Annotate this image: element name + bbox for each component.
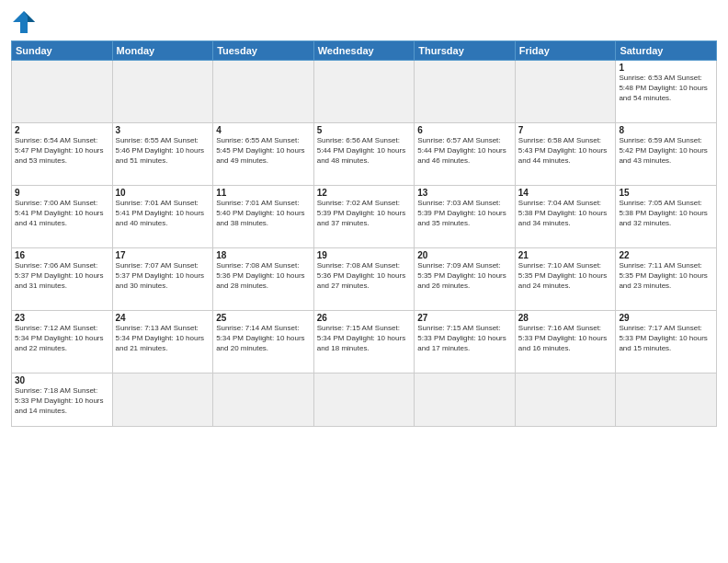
day-info: Sunrise: 7:14 AM Sunset: 5:34 PM Dayligh… bbox=[216, 324, 311, 353]
week-row-6: 30Sunrise: 7:18 AM Sunset: 5:33 PM Dayli… bbox=[12, 373, 717, 427]
day-info: Sunrise: 7:18 AM Sunset: 5:33 PM Dayligh… bbox=[15, 386, 109, 416]
day-header-thursday: Thursday bbox=[415, 41, 516, 61]
calendar-cell-2-4: 5Sunrise: 6:56 AM Sunset: 5:44 PM Daylig… bbox=[313, 123, 415, 186]
calendar-cell-1-7: 1Sunrise: 6:53 AM Sunset: 5:48 PM Daylig… bbox=[616, 61, 717, 123]
calendar-cell-3-6: 14Sunrise: 7:04 AM Sunset: 5:38 PM Dayli… bbox=[515, 186, 616, 248]
day-info: Sunrise: 6:58 AM Sunset: 5:43 PM Dayligh… bbox=[518, 136, 613, 166]
day-info: Sunrise: 6:55 AM Sunset: 5:46 PM Dayligh… bbox=[116, 136, 210, 166]
day-number: 14 bbox=[518, 188, 613, 198]
day-number: 16 bbox=[15, 250, 109, 260]
day-info: Sunrise: 6:55 AM Sunset: 5:45 PM Dayligh… bbox=[216, 136, 311, 166]
day-number: 21 bbox=[518, 250, 613, 260]
calendar-cell-5-5: 27Sunrise: 7:15 AM Sunset: 5:33 PM Dayli… bbox=[415, 311, 516, 373]
calendar-cell-3-5: 13Sunrise: 7:03 AM Sunset: 5:39 PM Dayli… bbox=[415, 186, 516, 248]
day-info: Sunrise: 7:03 AM Sunset: 5:39 PM Dayligh… bbox=[417, 199, 512, 228]
day-number: 6 bbox=[417, 125, 512, 135]
day-number: 20 bbox=[417, 250, 512, 260]
day-info: Sunrise: 6:59 AM Sunset: 5:42 PM Dayligh… bbox=[619, 136, 713, 166]
day-number: 12 bbox=[317, 188, 412, 198]
day-number: 30 bbox=[15, 375, 109, 385]
day-number: 10 bbox=[116, 188, 210, 198]
calendar-cell-5-6: 28Sunrise: 7:16 AM Sunset: 5:33 PM Dayli… bbox=[515, 311, 616, 373]
day-number: 5 bbox=[317, 125, 412, 135]
week-row-1: 1Sunrise: 6:53 AM Sunset: 5:48 PM Daylig… bbox=[12, 61, 717, 123]
calendar-cell-3-7: 15Sunrise: 7:05 AM Sunset: 5:38 PM Dayli… bbox=[616, 186, 717, 248]
day-info: Sunrise: 7:08 AM Sunset: 5:36 PM Dayligh… bbox=[317, 261, 412, 291]
day-number: 2 bbox=[15, 125, 109, 135]
calendar-table: SundayMondayTuesdayWednesdayThursdayFrid… bbox=[11, 40, 717, 427]
calendar-cell-2-3: 4Sunrise: 6:55 AM Sunset: 5:45 PM Daylig… bbox=[213, 123, 314, 186]
day-info: Sunrise: 7:10 AM Sunset: 5:35 PM Dayligh… bbox=[518, 261, 613, 291]
header bbox=[11, 9, 717, 35]
calendar-cell-2-2: 3Sunrise: 6:55 AM Sunset: 5:46 PM Daylig… bbox=[112, 123, 213, 186]
calendar-cell-6-6 bbox=[515, 373, 616, 427]
day-info: Sunrise: 7:01 AM Sunset: 5:41 PM Dayligh… bbox=[116, 199, 210, 228]
calendar-cell-4-4: 19Sunrise: 7:08 AM Sunset: 5:36 PM Dayli… bbox=[313, 248, 415, 311]
day-info: Sunrise: 7:01 AM Sunset: 5:40 PM Dayligh… bbox=[216, 199, 311, 228]
calendar-cell-6-3 bbox=[213, 373, 314, 427]
day-info: Sunrise: 7:04 AM Sunset: 5:38 PM Dayligh… bbox=[518, 199, 613, 228]
day-info: Sunrise: 7:13 AM Sunset: 5:34 PM Dayligh… bbox=[116, 324, 210, 353]
day-number: 27 bbox=[417, 313, 512, 323]
calendar-cell-4-6: 21Sunrise: 7:10 AM Sunset: 5:35 PM Dayli… bbox=[515, 248, 616, 311]
day-number: 4 bbox=[216, 125, 311, 135]
calendar-cell-5-1: 23Sunrise: 7:12 AM Sunset: 5:34 PM Dayli… bbox=[12, 311, 113, 373]
week-row-4: 16Sunrise: 7:06 AM Sunset: 5:37 PM Dayli… bbox=[12, 248, 717, 311]
day-info: Sunrise: 7:12 AM Sunset: 5:34 PM Dayligh… bbox=[15, 324, 109, 353]
day-number: 29 bbox=[619, 313, 713, 323]
day-number: 24 bbox=[116, 313, 210, 323]
calendar-cell-2-6: 7Sunrise: 6:58 AM Sunset: 5:43 PM Daylig… bbox=[515, 123, 616, 186]
calendar-cell-3-1: 9Sunrise: 7:00 AM Sunset: 5:41 PM Daylig… bbox=[12, 186, 113, 248]
day-header-friday: Friday bbox=[515, 41, 616, 61]
page: SundayMondayTuesdayWednesdayThursdayFrid… bbox=[0, 0, 728, 563]
calendar-header-row: SundayMondayTuesdayWednesdayThursdayFrid… bbox=[12, 41, 717, 61]
day-number: 1 bbox=[619, 63, 713, 73]
calendar-cell-6-1: 30Sunrise: 7:18 AM Sunset: 5:33 PM Dayli… bbox=[12, 373, 113, 427]
day-info: Sunrise: 7:08 AM Sunset: 5:36 PM Dayligh… bbox=[216, 261, 311, 291]
calendar-cell-6-7 bbox=[616, 373, 717, 427]
day-info: Sunrise: 7:00 AM Sunset: 5:41 PM Dayligh… bbox=[15, 199, 109, 228]
day-info: Sunrise: 7:05 AM Sunset: 5:38 PM Dayligh… bbox=[619, 199, 713, 228]
calendar-cell-5-2: 24Sunrise: 7:13 AM Sunset: 5:34 PM Dayli… bbox=[112, 311, 213, 373]
day-number: 22 bbox=[619, 250, 713, 260]
calendar-cell-1-2 bbox=[112, 61, 213, 123]
logo-icon bbox=[11, 9, 37, 35]
calendar-cell-5-7: 29Sunrise: 7:17 AM Sunset: 5:33 PM Dayli… bbox=[616, 311, 717, 373]
day-number: 3 bbox=[116, 125, 210, 135]
calendar-cell-2-1: 2Sunrise: 6:54 AM Sunset: 5:47 PM Daylig… bbox=[12, 123, 113, 186]
day-number: 13 bbox=[417, 188, 512, 198]
calendar-cell-1-5 bbox=[415, 61, 516, 123]
calendar-cell-5-3: 25Sunrise: 7:14 AM Sunset: 5:34 PM Dayli… bbox=[213, 311, 314, 373]
day-number: 19 bbox=[317, 250, 412, 260]
calendar-cell-2-7: 8Sunrise: 6:59 AM Sunset: 5:42 PM Daylig… bbox=[616, 123, 717, 186]
calendar-cell-1-3 bbox=[213, 61, 314, 123]
day-info: Sunrise: 7:06 AM Sunset: 5:37 PM Dayligh… bbox=[15, 261, 109, 291]
day-number: 15 bbox=[619, 188, 713, 198]
day-info: Sunrise: 7:16 AM Sunset: 5:33 PM Dayligh… bbox=[518, 324, 613, 353]
day-number: 8 bbox=[619, 125, 713, 135]
calendar-cell-4-7: 22Sunrise: 7:11 AM Sunset: 5:35 PM Dayli… bbox=[616, 248, 717, 311]
day-info: Sunrise: 6:56 AM Sunset: 5:44 PM Dayligh… bbox=[317, 136, 412, 166]
day-info: Sunrise: 7:15 AM Sunset: 5:34 PM Dayligh… bbox=[317, 324, 412, 353]
week-row-2: 2Sunrise: 6:54 AM Sunset: 5:47 PM Daylig… bbox=[12, 123, 717, 186]
day-number: 25 bbox=[216, 313, 311, 323]
day-info: Sunrise: 6:53 AM Sunset: 5:48 PM Dayligh… bbox=[619, 74, 713, 103]
day-info: Sunrise: 7:07 AM Sunset: 5:37 PM Dayligh… bbox=[116, 261, 210, 291]
calendar-cell-1-4 bbox=[313, 61, 415, 123]
day-number: 28 bbox=[518, 313, 613, 323]
logo bbox=[11, 9, 40, 35]
day-number: 7 bbox=[518, 125, 613, 135]
day-number: 11 bbox=[216, 188, 311, 198]
calendar-cell-3-4: 12Sunrise: 7:02 AM Sunset: 5:39 PM Dayli… bbox=[313, 186, 415, 248]
calendar-cell-5-4: 26Sunrise: 7:15 AM Sunset: 5:34 PM Dayli… bbox=[313, 311, 415, 373]
day-header-saturday: Saturday bbox=[616, 41, 717, 61]
day-header-sunday: Sunday bbox=[12, 41, 113, 61]
day-header-monday: Monday bbox=[112, 41, 213, 61]
day-number: 17 bbox=[116, 250, 210, 260]
day-info: Sunrise: 6:57 AM Sunset: 5:44 PM Dayligh… bbox=[417, 136, 512, 166]
calendar-cell-4-5: 20Sunrise: 7:09 AM Sunset: 5:35 PM Dayli… bbox=[415, 248, 516, 311]
week-row-5: 23Sunrise: 7:12 AM Sunset: 5:34 PM Dayli… bbox=[12, 311, 717, 373]
day-number: 26 bbox=[317, 313, 412, 323]
calendar-cell-1-6 bbox=[515, 61, 616, 123]
calendar-cell-4-2: 17Sunrise: 7:07 AM Sunset: 5:37 PM Dayli… bbox=[112, 248, 213, 311]
